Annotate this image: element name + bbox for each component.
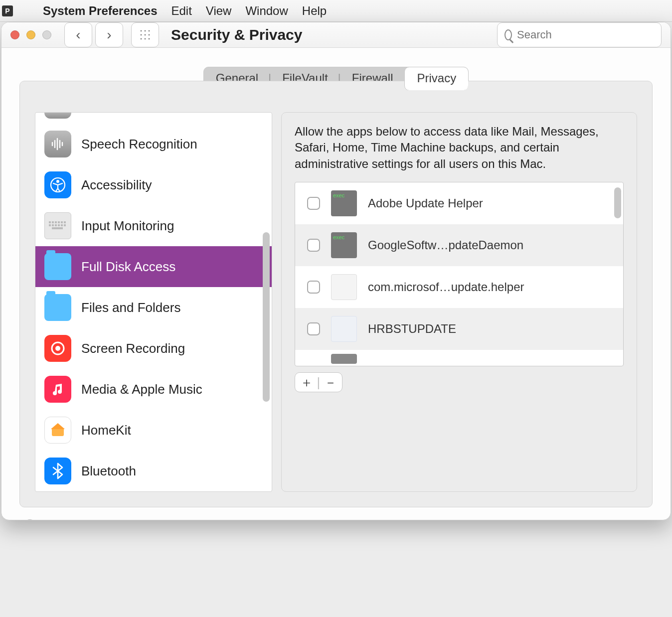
svg-rect-14: [52, 224, 54, 226]
app-name: com.microsof…update.helper: [368, 280, 524, 294]
sidebar-label: Bluetooth: [81, 463, 136, 479]
nav-buttons: ‹ ›: [64, 22, 123, 47]
bluetooth-icon: [44, 458, 71, 484]
pref-window: ‹ › Security & Privacy General FileVault…: [1, 22, 671, 520]
app-checkbox[interactable]: [307, 197, 320, 210]
add-remove-buttons: ＋ | －: [295, 372, 342, 392]
svg-rect-19: [52, 227, 63, 229]
search-icon: [504, 29, 512, 40]
titlebar: ‹ › Security & Privacy: [1, 22, 671, 48]
chevron-right-icon: ›: [107, 27, 111, 43]
footer: Click the lock to make changes. Advanced…: [1, 519, 671, 520]
menubar: P System Preferences Edit View Window He…: [0, 0, 672, 22]
app-checkbox[interactable]: [307, 322, 320, 335]
exec-icon: exec: [331, 190, 357, 216]
sidebar-item-homekit[interactable]: HomeKit: [35, 410, 272, 451]
sidebar-scrollbar[interactable]: [263, 232, 270, 402]
menubar-app[interactable]: System Preferences: [43, 4, 157, 18]
sidebar-item-partial[interactable]: [35, 113, 272, 124]
sidebar-label: Speech Recognition: [81, 137, 197, 152]
sidebar-item-media-apple-music[interactable]: Media & Apple Music: [35, 369, 272, 410]
exec-icon: exec: [331, 232, 357, 258]
sidebar-item-files-and-folders[interactable]: Files and Folders: [35, 287, 272, 328]
svg-rect-10: [58, 221, 60, 223]
divider: |: [317, 375, 321, 390]
sidebar-label: Input Monitoring: [81, 218, 174, 234]
app-checkbox[interactable]: [307, 239, 320, 252]
menubar-edit[interactable]: Edit: [171, 4, 191, 18]
svg-rect-7: [49, 221, 51, 223]
back-button[interactable]: ‹: [64, 22, 92, 47]
svg-point-6: [56, 180, 59, 183]
partial-icon: [44, 113, 71, 119]
app-badge-icon: P: [2, 5, 13, 16]
panel-frame: Speech Recognition Accessibility Input M…: [19, 81, 653, 507]
sidebar-label: Screen Recording: [81, 341, 185, 356]
app-row[interactable]: HRBSTUPDATE: [295, 308, 623, 350]
svg-rect-12: [64, 221, 66, 223]
app-list-scrollbar[interactable]: [614, 187, 621, 218]
folder-icon: [44, 253, 71, 280]
sidebar-label: Files and Folders: [81, 300, 180, 315]
lock-icon[interactable]: [19, 519, 40, 520]
sidebar-item-speech-recognition[interactable]: Speech Recognition: [35, 124, 272, 164]
search-input[interactable]: [517, 28, 654, 41]
app-row[interactable]: exec Adobe Update Helper: [295, 182, 623, 224]
app-row[interactable]: exec GoogleSoftw…pdateDaemon: [295, 224, 623, 266]
app-row-partial[interactable]: [295, 350, 623, 365]
app-list: exec Adobe Update Helper exec GoogleSoft…: [295, 182, 624, 366]
svg-point-21: [55, 346, 60, 351]
sidebar-item-screen-recording[interactable]: Screen Recording: [35, 328, 272, 369]
app-name: Adobe Update Helper: [368, 196, 483, 210]
app-name: HRBSTUPDATE: [368, 322, 456, 336]
music-icon: [44, 376, 71, 403]
folder-icon: [44, 294, 71, 321]
add-button[interactable]: ＋: [300, 374, 313, 391]
partial-app-icon: [331, 354, 357, 364]
forward-button[interactable]: ›: [95, 22, 123, 47]
app-name: GoogleSoftw…pdateDaemon: [368, 238, 523, 252]
document-icon: [331, 274, 357, 300]
sidebar-label: Accessibility: [81, 177, 152, 193]
sidebar-label: Full Disk Access: [81, 259, 175, 275]
window-title: Security & Privacy: [171, 26, 302, 43]
search-field[interactable]: [497, 22, 662, 47]
sidebar-label: HomeKit: [81, 423, 131, 438]
svg-rect-18: [64, 224, 66, 226]
pane-description: Allow the apps below to access data like…: [295, 124, 624, 172]
sidebar-item-full-disk-access[interactable]: Full Disk Access: [35, 246, 272, 287]
sidebar-item-accessibility[interactable]: Accessibility: [35, 164, 272, 205]
waveform-icon: [44, 131, 71, 157]
svg-rect-8: [52, 221, 54, 223]
svg-rect-9: [55, 221, 57, 223]
traffic-lights: [10, 30, 51, 39]
menubar-view[interactable]: View: [206, 4, 232, 18]
sidebar-item-bluetooth[interactable]: Bluetooth: [35, 451, 272, 491]
minimize-icon[interactable]: [26, 30, 35, 39]
show-all-button[interactable]: [131, 22, 159, 47]
record-icon: [44, 335, 71, 362]
svg-rect-17: [61, 224, 63, 226]
svg-rect-16: [58, 224, 60, 226]
zoom-icon[interactable]: [42, 30, 51, 39]
menubar-help[interactable]: Help: [302, 4, 327, 18]
privacy-category-list: Speech Recognition Accessibility Input M…: [35, 112, 272, 492]
generic-app-icon: [331, 316, 357, 342]
keyboard-icon: [44, 212, 71, 239]
remove-button[interactable]: －: [324, 374, 337, 391]
menubar-window[interactable]: Window: [245, 4, 288, 18]
svg-rect-15: [55, 224, 57, 226]
close-icon[interactable]: [10, 30, 19, 39]
app-row[interactable]: com.microsof…update.helper: [295, 266, 623, 308]
svg-rect-11: [61, 221, 63, 223]
home-icon: [44, 417, 71, 444]
accessibility-icon: [44, 171, 71, 198]
tab-privacy[interactable]: Privacy: [404, 67, 469, 91]
chevron-left-icon: ‹: [76, 27, 80, 43]
svg-rect-13: [49, 224, 51, 226]
sidebar-label: Media & Apple Music: [81, 382, 202, 397]
sidebar-item-input-monitoring[interactable]: Input Monitoring: [35, 205, 272, 246]
app-checkbox[interactable]: [307, 281, 320, 294]
grid-icon: [139, 29, 151, 41]
full-disk-access-pane: Allow the apps below to access data like…: [281, 112, 637, 492]
